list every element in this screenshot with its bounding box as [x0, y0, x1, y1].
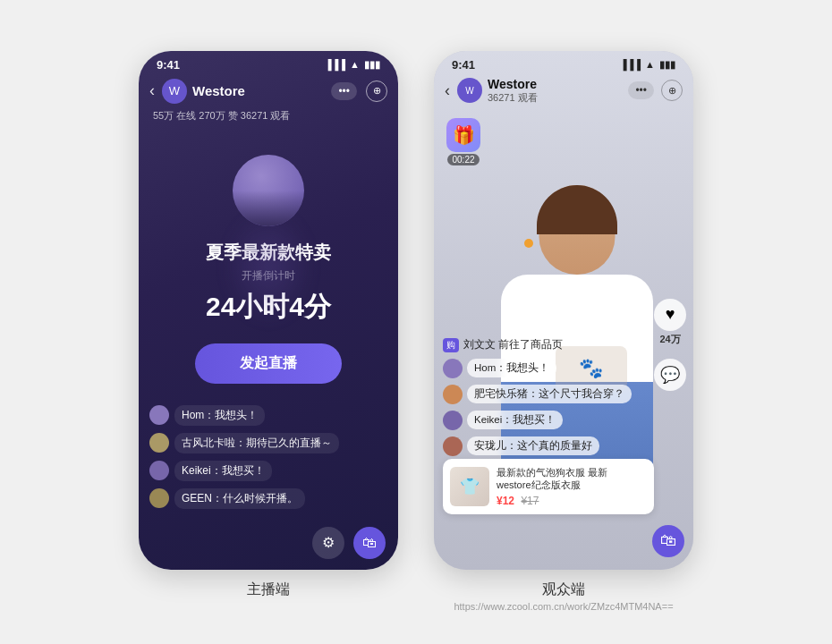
gift-badge[interactable]: 🎁 00:22: [446, 118, 480, 165]
system-tag: 购: [443, 338, 459, 352]
audience-caption-wrapper: 观众端 https://www.zcool.com.cn/work/ZMzc4M…: [454, 580, 673, 612]
audience-nav-info: Westore 36271 观看: [488, 77, 628, 105]
host-nav-avatar: W: [162, 79, 187, 104]
host-stats-text: 55万 在线 270万 赞 36271 观看: [153, 110, 290, 121]
audience-msg-3: Keikei：我想买！: [443, 411, 684, 430]
system-text: 刘文文 前往了商品页: [463, 338, 563, 352]
audience-text-3: Keikei：我想买！: [467, 411, 563, 429]
host-status-time: 9:41: [157, 58, 180, 72]
chat-avatar-1: [149, 405, 169, 425]
audience-msg-1: Hom：我想头！: [443, 359, 684, 378]
chat-avatar-2: [149, 433, 169, 453]
chat-avatar-4: [149, 488, 169, 508]
signal-icon: ▐▐▐: [325, 59, 345, 70]
audience-cart-button[interactable]: 🛍: [652, 525, 684, 557]
audience-avatar-4: [443, 436, 463, 456]
audience-avatar-3: [443, 411, 463, 430]
shop-button[interactable]: 🛍: [353, 527, 386, 559]
audience-chat: 购 刘文文 前往了商品页 Hom：我想头！ 肥宅快乐猪：这个尺寸我合穿？: [434, 338, 693, 462]
audience-avatar-2: [443, 385, 463, 404]
audience-msg-4: 安珑儿：这个真的质量好: [443, 436, 684, 456]
host-nav-bar: ‹ W Westore ••• ⊕: [139, 75, 398, 107]
host-caption: 主播端: [247, 580, 290, 599]
wifi-icon: ▲: [350, 59, 360, 70]
product-name: 最新款的气泡狗衣服 最新westore纪念版衣服: [497, 466, 647, 492]
audience-back-button[interactable]: ‹: [445, 81, 450, 100]
audience-nav-bar: ‹ W Westore 36271 观看 ••• ⊕: [434, 75, 693, 108]
start-broadcast-button[interactable]: 发起直播: [195, 343, 342, 384]
audience-status-icons: ▐▐▐ ▲ ▮▮▮: [620, 59, 675, 71]
product-price: ¥12 ¥17: [497, 495, 647, 507]
product-card[interactable]: 👕 最新款的气泡狗衣服 最新westore纪念版衣服 ¥12 ¥17: [443, 459, 654, 514]
product-info: 最新款的气泡狗衣服 最新westore纪念版衣服 ¥12 ¥17: [497, 466, 647, 507]
audience-bottom-bar: 🛍: [652, 525, 684, 557]
chat-text-1: Hom：我想头！: [174, 405, 265, 426]
host-more-button[interactable]: •••: [331, 82, 357, 100]
phones-container: 9:41 ▐▐▐ ▲ ▮▮▮ ‹ W Westore •••: [139, 33, 693, 612]
audience-nav: 9:41 ▐▐▐ ▲ ▮▮▮ ‹ W Westore: [434, 51, 693, 108]
gift-icon: 🎁: [446, 118, 480, 152]
chat-text-2: 古风北卡啦：期待已久的直播～: [174, 433, 339, 453]
host-phone-wrapper: 9:41 ▐▐▐ ▲ ▮▮▮ ‹ W Westore •••: [139, 51, 398, 599]
audience-text-4: 安珑儿：这个真的质量好: [467, 436, 599, 455]
heart-icon: ♥: [654, 299, 686, 331]
settings-button[interactable]: ⚙: [312, 527, 344, 559]
host-back-button[interactable]: ‹: [149, 81, 155, 100]
product-price-new: ¥12: [497, 495, 514, 507]
audience-status-bar: 9:41 ▐▐▐ ▲ ▮▮▮: [434, 51, 693, 75]
audience-avatar-1: [443, 359, 463, 378]
audience-channel-avatar: W: [457, 78, 482, 103]
host-bottom-bar: ⚙ 🛍: [312, 527, 386, 559]
host-nav-actions: ••• ⊕: [331, 80, 387, 102]
audience-phone-wrapper: 🐾 🎁 00:22 9:41 ▐▐▐: [434, 51, 693, 612]
caption-url: https://www.zcool.com.cn/work/ZMzc4MTM4N…: [454, 601, 673, 612]
chat-avatar-3: [149, 461, 169, 480]
host-status-bar: 9:41 ▐▐▐ ▲ ▮▮▮: [139, 51, 398, 75]
audience-wifi-icon: ▲: [645, 59, 655, 70]
audience-text-2: 肥宅快乐猪：这个尺寸我合穿？: [467, 385, 632, 403]
audience-content: 🐾 🎁 00:22 9:41 ▐▐▐: [434, 51, 693, 570]
host-phone: 9:41 ▐▐▐ ▲ ▮▮▮ ‹ W Westore •••: [139, 51, 398, 570]
host-status-icons: ▐▐▐ ▲ ▮▮▮: [325, 59, 380, 71]
gift-timer: 00:22: [447, 154, 479, 165]
audience-more-button[interactable]: •••: [628, 81, 654, 99]
chat-msg-4: GEEN：什么时候开播。: [149, 488, 387, 509]
chat-text-4: GEEN：什么时候开播。: [174, 488, 305, 509]
audience-text-1: Hom：我想头！: [467, 359, 556, 377]
audience-caption: 观众端: [542, 580, 585, 599]
chat-msg-3: Keikei：我想买！: [149, 461, 387, 481]
audience-channel-name: Westore: [488, 77, 628, 91]
host-avatar-large: [233, 155, 304, 226]
audience-msg-2: 肥宅快乐猪：这个尺寸我合穿？: [443, 385, 684, 404]
product-price-old: ¥17: [521, 495, 539, 507]
audience-status-time: 9:41: [452, 58, 475, 72]
audience-watcher-count: 36271 观看: [488, 91, 628, 105]
system-msg: 购 刘文文 前往了商品页: [443, 338, 684, 352]
host-target-icon[interactable]: ⊕: [366, 80, 387, 102]
audience-nav-actions: ••• ⊕: [628, 80, 683, 101]
audience-signal-icon: ▐▐▐: [620, 59, 641, 70]
battery-icon: ▮▮▮: [364, 59, 380, 71]
audience-target-icon[interactable]: ⊕: [661, 80, 683, 101]
chat-msg-1: Hom：我想头！: [149, 405, 387, 426]
host-stats-bar: 55万 在线 270万 赞 36271 观看: [139, 107, 398, 128]
chat-text-3: Keikei：我想买！: [174, 461, 272, 481]
audience-phone: 🐾 🎁 00:22 9:41 ▐▐▐: [434, 51, 693, 570]
product-image: 👕: [450, 467, 489, 506]
audience-battery-icon: ▮▮▮: [659, 59, 675, 71]
host-channel-name: Westore: [192, 83, 331, 98]
host-chat-area: Hom：我想头！ 古风北卡啦：期待已久的直播～ Keikei：我想买！ GEEN…: [139, 405, 398, 516]
host-main-content: 夏季最新款特卖 开播倒计时 24小时4分 发起直播: [139, 128, 398, 384]
chat-msg-2: 古风北卡啦：期待已久的直播～: [149, 433, 387, 453]
